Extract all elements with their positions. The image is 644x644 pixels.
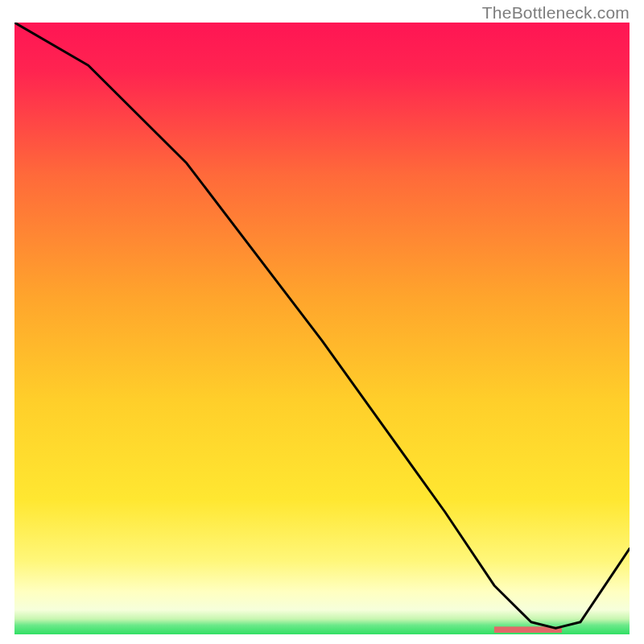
chart-background-gradient [14,23,630,634]
watermark-label: TheBottleneck.com [482,3,630,23]
chart-plot-area [14,23,630,634]
chart-svg [14,23,630,634]
chart-stage: TheBottleneck.com [0,0,644,644]
